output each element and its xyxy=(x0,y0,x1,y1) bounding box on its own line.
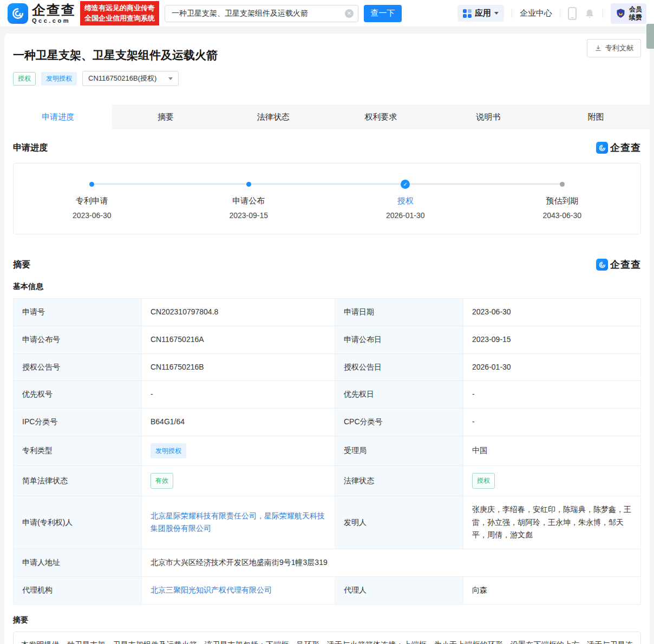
table-label: 申请(专利权)人 xyxy=(14,496,142,549)
tab-application-progress[interactable]: 申请进度 xyxy=(4,104,112,129)
abstract-text: 本发明提供一种卫星支架、卫星支架组件及运载火箭。该卫星支架包括：下端框，呈环形，… xyxy=(13,632,641,644)
patent-document-button[interactable]: 专利文献 xyxy=(587,39,641,57)
table-label: CPC分类号 xyxy=(335,409,463,436)
table-value: 北京星际荣耀科技有限责任公司，星际荣耀航天科技集团股份有限公司 xyxy=(142,496,335,549)
apps-menu-button[interactable]: 应用 xyxy=(457,5,504,22)
simple-legal-status-badge: 有效 xyxy=(151,473,173,488)
header-nav: 应用 企业中心 会员 续费 xyxy=(457,3,646,24)
timeline-step-expiry: 预估到期 2043-06-30 xyxy=(484,180,641,220)
table-label: 申请公布号 xyxy=(14,326,142,354)
progress-section-title: 申请进度 xyxy=(13,142,48,154)
search-box[interactable]: ✕ xyxy=(165,5,358,22)
summary-section-title: 摘要 xyxy=(13,259,30,271)
basic-info-title: 基本信息 xyxy=(4,271,650,292)
brand-domain: Qcc.com xyxy=(32,18,76,24)
divider xyxy=(603,9,603,18)
tab-figures[interactable]: 附图 xyxy=(542,104,650,129)
table-label: 优先权号 xyxy=(14,381,142,409)
qcc-watermark-icon xyxy=(596,259,608,271)
tab-abstract[interactable]: 摘要 xyxy=(112,104,220,129)
member-badge-icon xyxy=(615,8,626,19)
patent-detail-card: 一种卫星支架、卫星支架组件及运载火箭 授权 发明授权 CN116750216B(… xyxy=(4,34,650,644)
table-label: 优先权日 xyxy=(335,381,463,409)
table-label: 授权公告号 xyxy=(14,354,142,382)
publication-number-select[interactable]: CN116750216B(授权) xyxy=(82,71,179,86)
table-value: B64G1/64 xyxy=(142,409,335,436)
table-value: 中国 xyxy=(463,436,640,466)
table-label: 简单法律状态 xyxy=(14,466,142,496)
tab-legal-status[interactable]: 法律状态 xyxy=(219,104,327,129)
abstract-title: 摘要 xyxy=(4,604,650,625)
enterprise-center-link[interactable]: 企业中心 xyxy=(520,8,552,18)
table-label: 申请公布日 xyxy=(335,326,463,354)
table-value: - xyxy=(463,381,640,409)
search-button[interactable]: 查一下 xyxy=(364,5,402,22)
table-value: CN202310797804.8 xyxy=(142,299,335,326)
agent-value: 向森 xyxy=(463,577,640,604)
summary-section-header: 摘要 企查查 xyxy=(4,234,650,271)
search-area: ✕ 查一下 xyxy=(165,5,402,22)
mobile-app-icon[interactable] xyxy=(568,7,577,20)
brand-name: 企查查 xyxy=(32,3,76,17)
patent-type-badge: 发明授权 xyxy=(151,443,186,458)
notifications-bell-icon[interactable] xyxy=(584,8,595,19)
qcc-logo[interactable]: 企查查 Qcc.com 缔造有远见的商业传奇 全国企业信用查询系统 xyxy=(8,1,159,26)
table-label: 发明人 xyxy=(335,496,463,549)
table-label: 受理局 xyxy=(335,436,463,466)
search-input[interactable] xyxy=(172,9,345,18)
table-label: 授权公告日 xyxy=(335,354,463,382)
agency-link[interactable]: 北京三聚阳光知识产权代理有限公司 xyxy=(151,584,272,597)
progress-section-header: 申请进度 企查查 xyxy=(4,129,650,154)
clear-search-icon[interactable]: ✕ xyxy=(345,9,354,18)
basic-info-table: 申请号 CN202310797804.8 申请日期 2023-06-30 申请公… xyxy=(13,298,641,604)
top-header: 企查查 Qcc.com 缔造有远见的商业传奇 全国企业信用查询系统 ✕ 查一下 … xyxy=(0,0,654,27)
tab-bar: 申请进度 摘要 法律状态 权利要求 说明书 附图 xyxy=(4,104,650,129)
table-value: 授权 xyxy=(463,466,640,496)
page-title: 一种卫星支架、卫星支架组件及运载火箭 xyxy=(13,48,641,63)
table-label: 代理机构 xyxy=(14,577,142,604)
chevron-down-icon xyxy=(494,12,499,15)
divider xyxy=(560,9,560,18)
table-value: 有效 xyxy=(142,466,335,496)
table-label: 申请人地址 xyxy=(14,549,142,577)
status-badge: 授权 xyxy=(13,72,36,86)
table-label: IPC分类号 xyxy=(14,409,142,436)
table-label: 法律状态 xyxy=(335,466,463,496)
qcc-watermark-icon xyxy=(596,142,608,154)
qcc-watermark: 企查查 xyxy=(596,141,641,154)
qcc-logo-icon xyxy=(8,3,28,24)
table-label: 申请日期 xyxy=(335,299,463,326)
divider xyxy=(512,9,512,18)
brand-slogan: 缔造有远见的商业传奇 全国企业信用查询系统 xyxy=(80,1,159,26)
table-value: - xyxy=(142,381,335,409)
timeline-step-publication: 申请公布 2023-09-15 xyxy=(171,180,328,220)
timeline-step-grant: ✓ 授权 2026-01-30 xyxy=(327,180,484,220)
applicant-address-value: 北京市大兴区经济技术开发区地盛南街9号1幢3层319 xyxy=(142,549,640,577)
timeline-step-filing: 专利申请 2023-06-30 xyxy=(14,180,171,220)
floating-side-widget[interactable] xyxy=(646,24,654,49)
timeline-dot xyxy=(560,182,565,187)
table-value: 2023-09-15 xyxy=(463,326,640,354)
table-value: 2026-01-30 xyxy=(463,354,640,382)
table-value: 北京三聚阳光知识产权代理有限公司 xyxy=(142,577,335,604)
applicant-link[interactable]: 北京星际荣耀科技有限责任公司，星际荣耀航天科技集团股份有限公司 xyxy=(151,510,326,536)
table-label: 代理人 xyxy=(335,577,463,604)
inventors-value: 张庚庆，李绍春，安红印，陈瑞典，陈梦鑫，王雷，孙立强，胡阿玲，王永坤，朱永博，邹… xyxy=(463,496,640,549)
legal-status-badge: 授权 xyxy=(472,473,495,488)
table-value: - xyxy=(463,409,640,436)
table-value: CN116750216A xyxy=(142,326,335,354)
tab-claims[interactable]: 权利要求 xyxy=(327,104,435,129)
qcc-watermark: 企查查 xyxy=(596,258,641,271)
patent-header: 一种卫星支架、卫星支架组件及运载火箭 授权 发明授权 CN116750216B(… xyxy=(4,34,650,86)
table-label: 专利类型 xyxy=(14,436,142,466)
badge-row: 授权 发明授权 CN116750216B(授权) xyxy=(13,71,641,86)
download-icon xyxy=(594,44,602,52)
member-renew-button[interactable]: 会员 续费 xyxy=(611,3,646,24)
application-timeline: 专利申请 2023-06-30 申请公布 2023-09-15 ✓ 授权 202… xyxy=(13,163,641,234)
tab-description[interactable]: 说明书 xyxy=(435,104,542,129)
table-label: 申请号 xyxy=(14,299,142,326)
table-value: 发明授权 xyxy=(142,436,335,466)
table-value: CN116750216B xyxy=(142,354,335,382)
timeline-check-icon: ✓ xyxy=(401,180,410,189)
type-badge: 发明授权 xyxy=(41,72,77,86)
